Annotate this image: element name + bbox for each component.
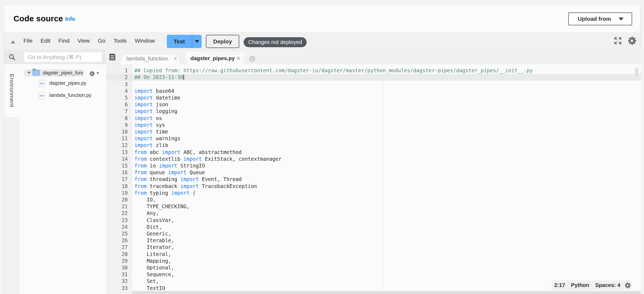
close-tab-icon[interactable]: × (237, 55, 240, 61)
upload-from-label: Upload from (578, 16, 611, 22)
line-number: 18 (106, 183, 128, 190)
fullscreen-icon[interactable] (614, 37, 622, 45)
code-line-21: TYPE_CHECKING, (134, 203, 190, 210)
tree-file-lambda[interactable]: lambda_function.py (49, 93, 91, 98)
line-number: 10 (106, 128, 128, 135)
code-line-9: import sys (134, 122, 165, 128)
editor-settings-gear-icon[interactable] (624, 281, 632, 289)
code-line-32: Set, (134, 278, 159, 285)
tree-settings-caret-icon[interactable] (96, 72, 99, 74)
menu-bar: FileEditFindViewGoToolsWindow Test Deplo… (4, 32, 640, 50)
cursor-position[interactable]: 2:17 (554, 282, 565, 288)
code-line-29: Mapping, (134, 258, 171, 264)
code-line-28: Literal, (134, 251, 171, 258)
search-icon (8, 53, 16, 61)
line-number: 3 (106, 81, 128, 88)
code-line-5: import datetime (134, 94, 181, 101)
menu-tools[interactable]: Tools (113, 37, 127, 44)
editor-status-bar: 2:17 Python Spaces: 4 (552, 280, 632, 290)
menu-find[interactable]: Find (58, 37, 70, 44)
code-line-1: ## Copied from: https://raw.githubuserco… (134, 67, 533, 74)
line-number: 13 (106, 149, 128, 156)
menu-edit[interactable]: Edit (41, 37, 50, 44)
line-number: 1 (106, 67, 128, 74)
header: Code source Info Upload from (4, 5, 640, 32)
line-number: 15 (106, 162, 128, 169)
line-number: 9 (106, 122, 128, 128)
line-number: 4 (106, 88, 128, 94)
language-mode[interactable]: Python (571, 282, 589, 288)
file-list-icon[interactable] (109, 54, 115, 60)
test-dropdown-button[interactable] (192, 35, 202, 48)
line-number: 8 (106, 115, 128, 122)
deploy-button[interactable]: Deploy (206, 35, 239, 48)
line-number: 26 (106, 237, 128, 244)
line-number: 16 (106, 169, 128, 176)
code-line-24: Dict, (134, 224, 162, 230)
folder-name[interactable]: dagster_pipes_funct (43, 70, 83, 76)
line-number: 11 (106, 135, 128, 142)
code-line-18: from traceback import TracebackException (134, 183, 257, 190)
upload-from-button[interactable]: Upload from (568, 12, 632, 25)
code-line-12: import zlib (134, 142, 168, 149)
code-line-22: Any, (134, 210, 159, 217)
indent-setting[interactable]: Spaces: 4 (595, 282, 620, 288)
page-title: Code source (13, 14, 63, 23)
menu-file[interactable]: File (23, 37, 33, 44)
line-number: 5 (106, 94, 128, 101)
code-line-2: ## On 2023-11-30 (134, 74, 184, 81)
line-number: 7 (106, 108, 128, 115)
code-line-4: import base64 (134, 88, 174, 94)
test-button[interactable]: Test (167, 35, 192, 48)
menu-window[interactable]: Window (135, 37, 155, 44)
line-number: 28 (106, 251, 128, 258)
line-number: 25 (106, 230, 128, 237)
tab-lambda-function[interactable]: lambda_function. × (119, 53, 181, 64)
line-number: 33 (106, 285, 128, 292)
test-split-button: Test (167, 35, 202, 48)
line-number: 21 (106, 203, 128, 210)
line-number: 19 (106, 190, 128, 196)
folder-expand-icon[interactable] (27, 72, 31, 74)
line-number: 12 (106, 142, 128, 149)
info-link[interactable]: Info (65, 16, 75, 22)
code-line-19: from typing import ( (134, 190, 196, 196)
chevron-down-icon (619, 18, 624, 20)
code-line-13: from abc import ABC, abstractmethod (134, 149, 242, 156)
code-line-14: from contextlib import ExitStack, contex… (134, 156, 282, 162)
file-tree: dagster_pipes_funct <> dagster_pipes.py … (19, 64, 106, 294)
line-number: 23 (106, 217, 128, 224)
line-number: 2 (106, 74, 128, 81)
code-line-31: Sequence, (134, 271, 174, 278)
go-to-anything-input[interactable] (24, 52, 102, 62)
line-number: 31 (106, 271, 128, 278)
code-line-8: import os (134, 115, 162, 122)
line-number: 24 (106, 224, 128, 230)
code-line-16: from queue import Queue (134, 169, 205, 176)
settings-gear-icon[interactable] (626, 35, 638, 46)
environment-tab[interactable]: Environment (4, 64, 19, 117)
horizontal-scrollbar[interactable] (132, 291, 641, 294)
code-editor[interactable]: 1## Copied from: https://raw.githubuserc… (106, 64, 641, 294)
vertical-scrollbar-thumb[interactable] (635, 68, 639, 77)
line-number: 30 (106, 264, 128, 271)
folder-icon (33, 70, 40, 76)
tree-settings-gear-icon[interactable] (88, 70, 95, 77)
code-line-7: import logging (134, 108, 177, 115)
code-line-15: from io import StringIO (134, 162, 205, 169)
tab-dagster-pipes[interactable]: dagster_pipes.py × (186, 52, 244, 64)
code-source-card: Code source Info Upload from FileEditFin… (4, 5, 640, 294)
environment-label: Environment (9, 74, 15, 107)
chevron-down-icon (195, 40, 199, 43)
line-number: 17 (106, 176, 128, 183)
python-file-icon: <> (39, 80, 45, 87)
close-tab-icon[interactable]: × (174, 55, 177, 62)
collapse-panel-icon[interactable] (11, 40, 15, 43)
tree-file-dagster[interactable]: dagster_pipes.py (49, 80, 86, 86)
tab-label: lambda_function. (126, 55, 169, 62)
new-tab-icon[interactable]: + (250, 56, 255, 61)
menu-go[interactable]: Go (98, 37, 105, 44)
python-file-icon: <> (39, 92, 45, 99)
menu-view[interactable]: View (78, 37, 90, 44)
code-line-6: import json (134, 101, 168, 108)
